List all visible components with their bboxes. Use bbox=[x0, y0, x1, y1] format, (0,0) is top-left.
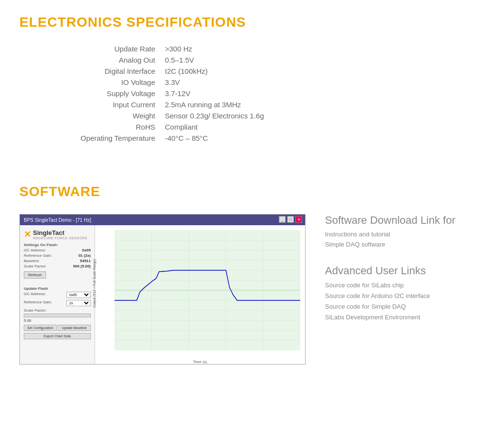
spec-value-8: -40°C – 85°C bbox=[165, 134, 371, 142]
advanced-section: Advanced User Links Source code for SiLa… bbox=[325, 265, 466, 323]
daq-baseline-label: Baseline: bbox=[24, 259, 40, 263]
daq-export-btn[interactable]: Export Chart Data bbox=[24, 333, 91, 339]
advanced-item-2: Source code for Arduino I2C interface bbox=[325, 291, 466, 301]
advanced-item-4: SiLabs Development Environment bbox=[325, 312, 466, 323]
daq-baseline-value: 54511 bbox=[80, 259, 91, 263]
daq-logo-x-icon: ✕ bbox=[24, 229, 31, 240]
daq-chart-area: 700 600 500 400 300 200 100 0 -100 -200 … bbox=[95, 225, 305, 365]
daq-titlebar: BPS SingleTact Demo - [71 Hz] _ □ ✕ bbox=[20, 215, 305, 225]
daq-sidebar: ✕ SingleTact MINIATURE FORCE SENSORS Set… bbox=[20, 225, 95, 365]
download-item-1: Instructions and tutorial bbox=[325, 230, 466, 240]
software-content: BPS SingleTact Demo - [71 Hz] _ □ ✕ ✕ Si… bbox=[19, 214, 466, 365]
spec-label-7: RoHS bbox=[58, 123, 165, 131]
spec-label-3: IO Voltage bbox=[58, 78, 165, 86]
spec-label-6: Weight bbox=[58, 112, 165, 120]
spec-value-0: >300 Hz bbox=[165, 45, 371, 53]
daq-titlebar-controls: _ □ ✕ bbox=[279, 216, 302, 223]
spec-row: Input Current 2.5mA running at 3MHz bbox=[58, 100, 371, 109]
daq-scale-slider[interactable] bbox=[24, 314, 91, 317]
daq-i2c-row: I2C Address: 0x05 bbox=[24, 248, 91, 252]
daq-scale-label: Scale Factor: bbox=[24, 264, 47, 268]
spec-value-2: I2C (100kHz) bbox=[165, 67, 371, 75]
daq-scale2-label: Scale Factor: bbox=[24, 308, 47, 313]
spec-label-1: Analog Out bbox=[58, 56, 165, 64]
spec-row: IO Voltage 3.3V bbox=[58, 78, 371, 86]
daq-refgain-value: 01 (2x) bbox=[79, 253, 91, 258]
daq-refgain2-select[interactable]: 2x bbox=[66, 300, 91, 306]
daq-refgain2-row: Reference Gain: 2x bbox=[24, 300, 91, 307]
daq-logo-sub: MINIATURE FORCE SENSORS bbox=[33, 236, 87, 240]
spec-label-2: Digital Interface bbox=[58, 67, 165, 75]
download-links: Instructions and tutorial Simple DAQ sof… bbox=[325, 230, 466, 250]
daq-refresh-btn[interactable]: Refresh bbox=[24, 271, 46, 279]
specs-table: Update Rate >300 Hz Analog Out 0.5–1.5V … bbox=[58, 45, 371, 142]
daq-chart-svg: 700 600 500 400 300 200 100 0 -100 -200 … bbox=[114, 230, 300, 350]
chart-x-axis-label: Time (s) bbox=[193, 360, 207, 364]
daq-i2c2-row: I2C Address: 0x05 bbox=[24, 292, 91, 299]
spec-row: Analog Out 0.5–1.5V bbox=[58, 56, 371, 64]
spec-row: Digital Interface I2C (100kHz) bbox=[58, 67, 371, 75]
software-links: Software Download Link for Instructions … bbox=[320, 214, 466, 365]
download-title: Software Download Link for bbox=[325, 214, 466, 227]
daq-scale-value: 500 (5.00) bbox=[73, 264, 91, 268]
daq-close-btn[interactable]: ✕ bbox=[295, 216, 302, 223]
spec-row: Update Rate >300 Hz bbox=[58, 45, 371, 53]
daq-body: ✕ SingleTact MINIATURE FORCE SENSORS Set… bbox=[20, 225, 305, 365]
spec-label-8: Operating Temperature bbox=[58, 134, 165, 142]
spec-label-4: Supply Voltage bbox=[58, 89, 165, 98]
daq-screenshot: BPS SingleTact Demo - [71 Hz] _ □ ✕ ✕ Si… bbox=[19, 214, 306, 365]
electronics-title: ELECTRONICS SPECIFICATIONS bbox=[19, 15, 466, 30]
daq-baseline-row: Baseline: 54511 bbox=[24, 259, 91, 263]
spec-label-0: Update Rate bbox=[58, 45, 165, 53]
daq-titlebar-text: BPS SingleTact Demo - [71 Hz] bbox=[24, 217, 91, 223]
spec-row: RoHS Compliant bbox=[58, 123, 371, 131]
advanced-item-1: Source code for SiLabs chip bbox=[325, 280, 466, 291]
spec-value-3: 3.3V bbox=[165, 78, 371, 86]
daq-settings-title: Settings On Flash: bbox=[24, 243, 91, 247]
advanced-links: Source code for SiLabs chip Source code … bbox=[325, 280, 466, 323]
daq-scale2-row: Scale Factor: bbox=[24, 308, 91, 313]
daq-i2c-label: I2C Address: bbox=[24, 248, 46, 252]
daq-bottom-btns: Set Configuration Update Baseline bbox=[24, 325, 91, 331]
spec-label-5: Input Current bbox=[58, 100, 165, 109]
download-section: Software Download Link for Instructions … bbox=[325, 214, 466, 250]
daq-i2c2-select[interactable]: 0x05 bbox=[66, 292, 91, 298]
daq-refgain-row: Reference Gain: 01 (2x) bbox=[24, 253, 91, 258]
daq-refgain-label: Reference Gain: bbox=[24, 253, 52, 258]
advanced-title: Advanced User Links bbox=[325, 265, 466, 277]
software-title: SOFTWARE bbox=[19, 184, 466, 199]
daq-i2c2-label: I2C Address: bbox=[24, 292, 46, 299]
daq-scale-row: Scale Factor: 500 (5.00) bbox=[24, 264, 91, 268]
download-item-2: Simple DAQ software bbox=[325, 240, 466, 250]
daq-update-baseline-btn[interactable]: Update Baseline bbox=[58, 325, 91, 331]
spec-row: Supply Voltage 3.7-12V bbox=[58, 89, 371, 98]
daq-i2c-value: 0x05 bbox=[82, 248, 91, 252]
daq-logo-name: SingleTact bbox=[33, 229, 87, 236]
daq-refgain2-label: Reference Gain: bbox=[24, 300, 52, 307]
spec-value-7: Compliant bbox=[165, 123, 371, 131]
spec-value-1: 0.5–1.5V bbox=[165, 56, 371, 64]
daq-scale2-value: 5.00 bbox=[24, 318, 91, 323]
spec-value-6: Sensor 0.23g/ Electronics 1.6g bbox=[165, 112, 371, 120]
daq-update-title: Update Flash bbox=[24, 286, 91, 291]
software-section: SOFTWARE BPS SingleTact Demo - [71 Hz] _… bbox=[0, 174, 485, 379]
chart-y-axis-label: Output (512 = Full Scale Range) bbox=[93, 230, 96, 337]
spec-value-5: 2.5mA running at 3MHz bbox=[165, 100, 371, 109]
spec-row: Weight Sensor 0.23g/ Electronics 1.6g bbox=[58, 112, 371, 120]
daq-logo: ✕ SingleTact MINIATURE FORCE SENSORS bbox=[24, 229, 91, 240]
daq-set-config-btn[interactable]: Set Configuration bbox=[24, 325, 57, 331]
daq-maximize-btn[interactable]: □ bbox=[287, 216, 294, 223]
spec-value-4: 3.7-12V bbox=[165, 89, 371, 98]
electronics-section: ELECTRONICS SPECIFICATIONS Update Rate >… bbox=[0, 0, 485, 155]
spec-row: Operating Temperature -40°C – 85°C bbox=[58, 134, 371, 142]
advanced-item-3: Source code for Simple DAQ bbox=[325, 301, 466, 312]
daq-minimize-btn[interactable]: _ bbox=[279, 216, 286, 223]
